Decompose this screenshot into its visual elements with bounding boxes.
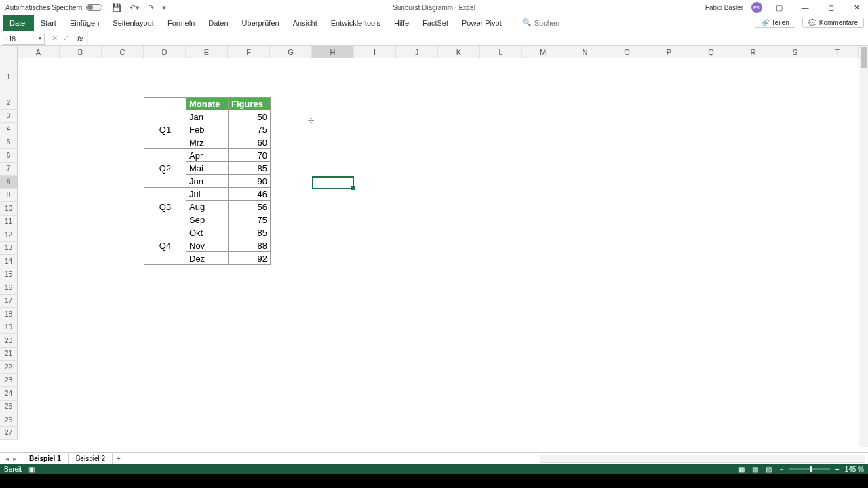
column-header[interactable]: A: [18, 46, 60, 58]
row-header[interactable]: 7: [0, 163, 18, 176]
fx-icon[interactable]: fx: [73, 35, 87, 43]
maximize-icon[interactable]: ◻: [822, 3, 840, 12]
row-header[interactable]: 20: [0, 334, 18, 348]
sheet-nav-prev-icon[interactable]: ◂: [5, 455, 9, 462]
row-header[interactable]: 2: [0, 96, 18, 110]
row-header[interactable]: 26: [0, 413, 18, 427]
row-header[interactable]: 18: [0, 308, 18, 321]
horizontal-scrollbar[interactable]: [540, 455, 865, 463]
row-header[interactable]: 27: [0, 427, 18, 441]
row-header[interactable]: 6: [0, 149, 18, 163]
normal-view-icon[interactable]: ▦: [736, 466, 747, 473]
cancel-icon: ✕: [52, 34, 58, 43]
ribbon-tab-power pivot[interactable]: Power Pivot: [455, 15, 509, 30]
row-header[interactable]: 17: [0, 295, 18, 308]
formula-bar: H8▾ ✕ ✓ fx: [0, 31, 868, 46]
page-break-view-icon[interactable]: ▧: [763, 466, 774, 473]
column-header[interactable]: R: [732, 46, 774, 58]
column-header[interactable]: L: [480, 46, 522, 58]
ribbon-tab-start[interactable]: Start: [34, 15, 63, 30]
search-box[interactable]: 🔍 Suchen: [522, 18, 559, 27]
ribbon-tab-datei[interactable]: Datei: [3, 15, 34, 30]
undo-icon[interactable]: ↶▾: [130, 3, 140, 12]
row-header[interactable]: 16: [0, 281, 18, 295]
column-header[interactable]: F: [228, 46, 270, 58]
ribbon-tab-ansicht[interactable]: Ansicht: [286, 15, 324, 30]
row-header[interactable]: 8: [0, 176, 18, 189]
column-header[interactable]: M: [522, 46, 564, 58]
row-header[interactable]: 13: [0, 242, 18, 256]
ribbon-tab-hilfe[interactable]: Hilfe: [387, 15, 416, 30]
row-header[interactable]: 11: [0, 216, 18, 229]
column-header[interactable]: S: [774, 46, 816, 58]
formula-input[interactable]: [87, 33, 868, 45]
ribbon-tab-entwicklertools[interactable]: Entwicklertools: [324, 15, 387, 30]
column-header[interactable]: T: [816, 46, 859, 58]
ribbon-tab-factset[interactable]: FactSet: [416, 15, 455, 30]
save-icon[interactable]: 💾: [112, 3, 121, 12]
vertical-scrollbar[interactable]: [859, 46, 868, 447]
zoom-out-icon[interactable]: −: [780, 466, 784, 473]
name-box[interactable]: H8▾: [3, 33, 45, 45]
avatar[interactable]: FB: [751, 2, 762, 13]
ribbon-display-icon[interactable]: ▢: [770, 3, 788, 12]
toggle-switch-icon[interactable]: [86, 4, 102, 11]
row-header[interactable]: 5: [0, 136, 18, 150]
sheet-tab[interactable]: Beispiel 1: [22, 453, 68, 465]
column-header[interactable]: K: [438, 46, 480, 58]
row-header[interactable]: 19: [0, 321, 18, 335]
page-layout-view-icon[interactable]: ▤: [749, 466, 761, 473]
column-header[interactable]: B: [60, 46, 102, 58]
column-header[interactable]: D: [144, 46, 186, 58]
row-header[interactable]: 12: [0, 228, 18, 242]
sheet-tab[interactable]: Beispiel 2: [68, 453, 113, 465]
title-bar: Automatisches Speichern 💾 ↶▾ ↷ ▾ Sunburs…: [0, 0, 868, 15]
minimize-icon[interactable]: —: [796, 3, 814, 12]
close-icon[interactable]: ✕: [848, 3, 865, 12]
row-header[interactable]: 9: [0, 189, 18, 203]
column-header[interactable]: G: [270, 46, 312, 58]
row-header[interactable]: 1: [0, 58, 18, 96]
share-button[interactable]: 🔗 Teilen: [755, 18, 795, 28]
active-cell[interactable]: [312, 176, 354, 189]
column-header[interactable]: E: [186, 46, 228, 58]
zoom-in-icon[interactable]: +: [835, 466, 840, 473]
column-header[interactable]: N: [564, 46, 606, 58]
row-header[interactable]: 14: [0, 255, 18, 268]
add-sheet-button[interactable]: +: [117, 455, 121, 462]
row-header[interactable]: 15: [0, 268, 18, 282]
ribbon-tab-einfügen[interactable]: Einfügen: [63, 15, 106, 30]
sheet-nav-next-icon[interactable]: ▸: [13, 455, 16, 462]
ribbon-tab-formeln[interactable]: Formeln: [161, 15, 201, 30]
row-header[interactable]: 22: [0, 361, 18, 374]
row-header[interactable]: 23: [0, 374, 18, 388]
enter-icon: ✓: [63, 34, 69, 43]
column-header[interactable]: P: [648, 46, 690, 58]
column-header[interactable]: C: [102, 46, 144, 58]
spreadsheet-grid[interactable]: ABCDEFGHIJKLMNOPQRST 1234567891011121314…: [0, 46, 868, 447]
zoom-level[interactable]: 145 %: [845, 466, 864, 473]
row-header[interactable]: 24: [0, 387, 18, 401]
ribbon-tab-seitenlayout[interactable]: Seitenlayout: [106, 15, 161, 30]
qat-dropdown-icon[interactable]: ▾: [162, 3, 166, 12]
redo-icon[interactable]: ↷: [148, 3, 154, 12]
row-header[interactable]: 25: [0, 401, 18, 414]
row-header[interactable]: 21: [0, 348, 18, 361]
column-header[interactable]: H: [312, 46, 354, 58]
ribbon-tab-überprüfen[interactable]: Überprüfen: [235, 15, 286, 30]
column-header[interactable]: O: [606, 46, 648, 58]
zoom-slider[interactable]: [789, 468, 830, 470]
select-all-corner[interactable]: [0, 46, 18, 58]
autosave-toggle[interactable]: Automatisches Speichern: [0, 4, 102, 12]
column-header[interactable]: J: [396, 46, 438, 58]
column-header[interactable]: Q: [690, 46, 732, 58]
ribbon-tab-daten[interactable]: Daten: [201, 15, 235, 30]
row-header[interactable]: 4: [0, 123, 18, 136]
row-header[interactable]: 10: [0, 202, 18, 216]
ribbon-tabs: DateiStartEinfügenSeitenlayoutFormelnDat…: [0, 15, 868, 31]
row-header[interactable]: 3: [0, 110, 18, 123]
data-table: MonateFiguresQ1Jan50Feb75Mrz60Q2Apr70Mai…: [144, 97, 271, 265]
comments-button[interactable]: 💬 Kommentare: [802, 18, 864, 28]
macro-record-icon[interactable]: ▣: [28, 466, 35, 473]
column-header[interactable]: I: [354, 46, 396, 58]
